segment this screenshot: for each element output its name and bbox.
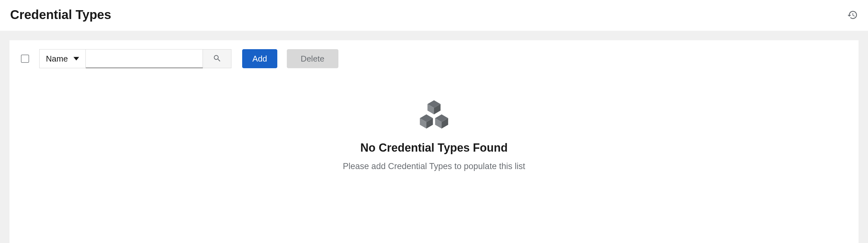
add-button[interactable]: Add — [242, 49, 277, 68]
select-all-checkbox[interactable] — [21, 55, 29, 63]
history-icon[interactable] — [847, 9, 858, 20]
empty-state: No Credential Types Found Please add Cre… — [18, 100, 850, 171]
search-button[interactable] — [203, 49, 231, 68]
empty-state-description: Please add Credential Types to populate … — [18, 161, 850, 171]
delete-button: Delete — [287, 49, 338, 68]
page-header: Credential Types — [0, 0, 868, 31]
page-title: Credential Types — [10, 8, 111, 22]
content-card: Name Add Delete — [9, 40, 859, 243]
cubes-icon — [416, 100, 452, 132]
content-background: Name Add Delete — [0, 31, 868, 243]
filter-field-dropdown[interactable]: Name — [39, 49, 86, 68]
caret-down-icon — [73, 56, 79, 61]
toolbar: Name Add Delete — [18, 49, 850, 68]
select-all-wrap — [18, 55, 32, 63]
filter-field-label: Name — [46, 54, 68, 64]
search-icon — [213, 54, 222, 64]
empty-state-title: No Credential Types Found — [18, 141, 850, 155]
search-input[interactable] — [86, 49, 203, 68]
